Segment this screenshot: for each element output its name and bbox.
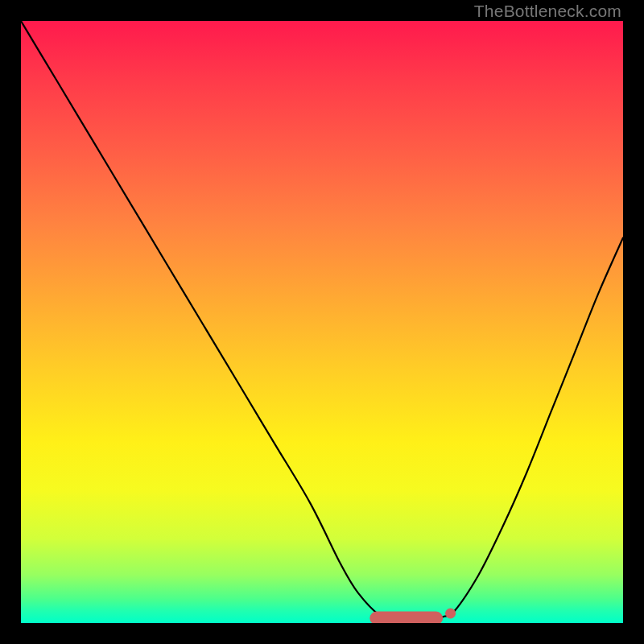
chart-frame [21, 21, 623, 623]
bottleneck-curve-line [21, 21, 623, 623]
optimal-range-end-dot [446, 609, 456, 618]
optimal-range-bar [370, 612, 443, 623]
optimal-range-marker [370, 609, 456, 623]
watermark-text: TheBottleneck.com [474, 2, 621, 21]
chart-svg [21, 21, 623, 623]
